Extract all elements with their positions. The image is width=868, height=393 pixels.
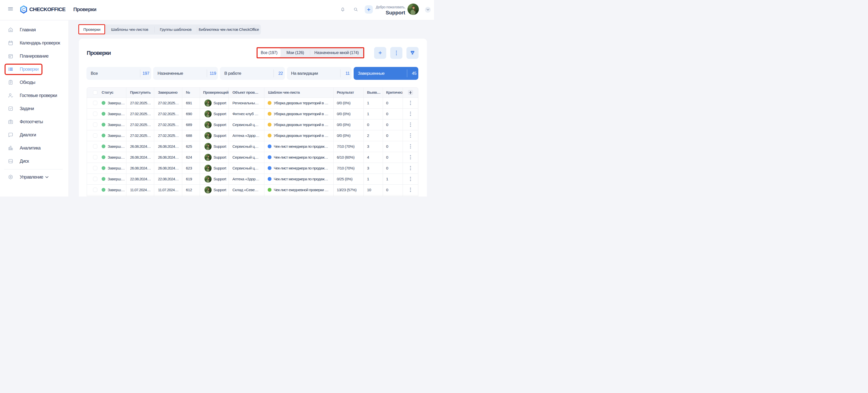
- svg-text:C: C: [22, 7, 25, 12]
